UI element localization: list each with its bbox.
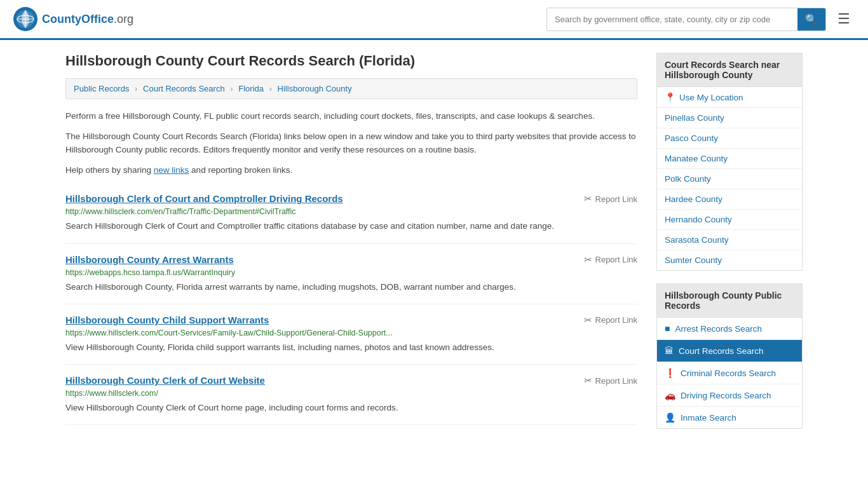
breadcrumb-public-records[interactable]: Public Records [74, 84, 129, 93]
use-location-item[interactable]: 📍 Use My Location [657, 87, 802, 108]
nearby-county-item[interactable]: Polk County [657, 169, 802, 189]
result-item: Hillsborough Clerk of Court and Comptrol… [65, 183, 637, 243]
report-icon-0: ✂ [584, 193, 592, 205]
pub-record-icon-3: 🚗 [665, 390, 675, 400]
report-icon-1: ✂ [584, 254, 592, 266]
results-container: Hillsborough Clerk of Court and Comptrol… [65, 183, 637, 425]
nearby-county-link-3[interactable]: Polk County [657, 169, 802, 189]
logo-area: CountyOffice.org [13, 6, 133, 32]
search-bar: 🔍 [546, 8, 826, 31]
result-title-3[interactable]: Hillsborough County Clerk of Court Websi… [65, 375, 265, 386]
nearby-county-link-4[interactable]: Hardee County [657, 189, 802, 209]
result-title-0[interactable]: Hillsborough Clerk of Court and Comptrol… [65, 193, 343, 204]
result-title-2[interactable]: Hillsborough County Child Support Warran… [65, 315, 269, 325]
nearby-list: 📍 Use My Location Pinellas CountyPasco C… [656, 87, 803, 271]
result-desc-3: View Hillsborough County Clerk of Court … [65, 402, 637, 414]
nearby-county-item[interactable]: Pasco County [657, 128, 802, 149]
public-records-title: Hillsborough County Public Records [656, 283, 803, 318]
pub-record-link-0[interactable]: ■ Arrest Records Search [657, 318, 802, 339]
result-desc-0: Search Hillsborough Clerk of Court and C… [65, 220, 637, 233]
result-url-0: http://www.hillsclerk.com/en/Traffic/Tra… [65, 207, 637, 216]
pub-record-item[interactable]: 🚗 Driving Records Search [657, 384, 802, 407]
result-header-0: Hillsborough Clerk of Court and Comptrol… [65, 193, 637, 205]
header-right: 🔍 ☰ [546, 8, 855, 31]
nearby-county-item[interactable]: Sumter County [657, 250, 802, 270]
nearby-county-link-5[interactable]: Hernando County [657, 210, 802, 229]
pub-record-label-1: Court Records Search [679, 346, 764, 356]
pub-record-icon-4: 👤 [665, 412, 675, 423]
nearby-county-item[interactable]: Hernando County [657, 210, 802, 230]
search-input[interactable] [547, 10, 797, 29]
pub-record-item[interactable]: ❗ Criminal Records Search [657, 362, 802, 384]
nearby-county-link-7[interactable]: Sumter County [657, 250, 802, 270]
pub-record-link-3[interactable]: 🚗 Driving Records Search [657, 384, 802, 406]
use-location-label: Use My Location [679, 93, 743, 102]
result-url-1: https://webapps.hcso.tampa.fl.us/Warrant… [65, 268, 637, 277]
sidebar: Court Records Search near Hillsborough C… [656, 53, 803, 442]
report-link-2[interactable]: ✂ Report Link [584, 315, 637, 326]
pub-record-link-1[interactable]: 🏛 Court Records Search [657, 340, 802, 362]
pub-record-link-4[interactable]: 👤 Inmate Search [657, 407, 802, 428]
result-item: Hillsborough County Clerk of Court Websi… [65, 365, 637, 425]
result-url-2: https://www.hillsclerk.com/Court-Service… [65, 329, 637, 337]
result-url-3: https://www.hillsclerk.com/ [65, 389, 637, 398]
pub-record-item[interactable]: ■ Arrest Records Search [657, 318, 802, 340]
report-icon-2: ✂ [584, 315, 592, 326]
pub-record-icon-2: ❗ [665, 368, 675, 378]
header: CountyOffice.org 🔍 ☰ [0, 0, 868, 40]
content-area: Hillsborough County Court Records Search… [65, 53, 637, 442]
nearby-county-link-2[interactable]: Manatee County [657, 149, 802, 168]
main-container: Hillsborough County Court Records Search… [53, 40, 815, 454]
pub-record-label-0: Arrest Records Search [675, 324, 762, 334]
pub-record-label-4: Inmate Search [681, 413, 736, 423]
result-header-2: Hillsborough County Child Support Warran… [65, 315, 637, 326]
pub-record-item[interactable]: 🏛 Court Records Search [657, 340, 802, 362]
use-location-link[interactable]: 📍 Use My Location [657, 87, 802, 107]
pub-record-item[interactable]: 👤 Inmate Search [657, 407, 802, 428]
report-icon-3: ✂ [584, 375, 592, 386]
pub-record-icon-0: ■ [665, 323, 670, 334]
new-links-link[interactable]: new links [154, 165, 189, 175]
nearby-county-link-1[interactable]: Pasco County [657, 128, 802, 148]
nearby-section: Court Records Search near Hillsborough C… [656, 53, 803, 271]
nearby-county-item[interactable]: Manatee County [657, 149, 802, 169]
report-link-3[interactable]: ✂ Report Link [584, 375, 637, 386]
result-header-3: Hillsborough County Clerk of Court Websi… [65, 375, 637, 386]
breadcrumb-court-records-search[interactable]: Court Records Search [143, 84, 225, 93]
location-icon: 📍 [665, 92, 675, 102]
pub-record-label-2: Criminal Records Search [681, 369, 776, 378]
pub-record-label-3: Driving Records Search [681, 391, 771, 400]
breadcrumb-hillsborough-county[interactable]: Hillsborough County [278, 84, 352, 93]
result-title-1[interactable]: Hillsborough County Arrest Warrants [65, 254, 234, 265]
description-2: The Hillsborough County Court Records Se… [65, 130, 637, 157]
breadcrumb-florida[interactable]: Florida [238, 84, 264, 93]
description-1: Perform a free Hillsborough County, FL p… [65, 109, 637, 123]
nearby-county-link-0[interactable]: Pinellas County [657, 108, 802, 128]
nearby-county-item[interactable]: Sarasota County [657, 230, 802, 250]
report-link-0[interactable]: ✂ Report Link [584, 193, 637, 205]
page-title: Hillsborough County Court Records Search… [65, 53, 637, 69]
pub-record-icon-1: 🏛 [665, 346, 674, 356]
nearby-county-item[interactable]: Hardee County [657, 189, 802, 210]
logo-icon [13, 6, 38, 32]
description-3: Help others by sharing new links and rep… [65, 163, 637, 177]
result-desc-2: View Hillsborough County, Florida child … [65, 341, 637, 354]
nearby-title: Court Records Search near Hillsborough C… [656, 53, 803, 87]
hamburger-menu-button[interactable]: ☰ [832, 8, 855, 30]
logo-text: CountyOffice.org [42, 13, 133, 26]
result-desc-1: Search Hillsborough County, Florida arre… [65, 281, 637, 294]
result-item: Hillsborough County Arrest Warrants ✂ Re… [65, 244, 637, 304]
nearby-county-item[interactable]: Pinellas County [657, 108, 802, 128]
breadcrumb: Public Records › Court Records Search › … [65, 78, 637, 99]
public-records-list: ■ Arrest Records Search 🏛 Court Records … [656, 318, 803, 429]
search-button[interactable]: 🔍 [797, 8, 825, 30]
result-header-1: Hillsborough County Arrest Warrants ✂ Re… [65, 254, 637, 266]
result-item: Hillsborough County Child Support Warran… [65, 304, 637, 365]
pub-record-link-2[interactable]: ❗ Criminal Records Search [657, 362, 802, 384]
public-records-section: Hillsborough County Public Records ■ Arr… [656, 283, 803, 429]
report-link-1[interactable]: ✂ Report Link [584, 254, 637, 266]
nearby-county-link-6[interactable]: Sarasota County [657, 230, 802, 250]
